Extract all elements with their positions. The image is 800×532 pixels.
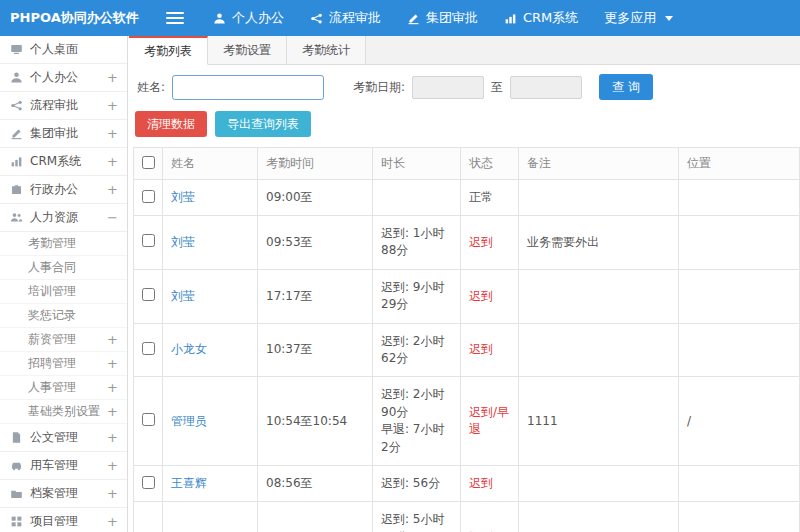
sidebar-item-archive-management[interactable]: 档案管理+ <box>0 480 127 508</box>
sidebar-subitem-label: 人事管理 <box>28 379 103 396</box>
row-checkbox[interactable] <box>142 342 155 355</box>
select-all-checkbox[interactable] <box>142 156 155 169</box>
employee-name-link[interactable]: 小龙女 <box>171 342 207 356</box>
row-checkbox[interactable] <box>142 234 155 247</box>
edit-icon <box>407 12 420 25</box>
sidebar-subitem-reward-punishment[interactable]: 奖惩记录 <box>0 304 127 328</box>
clear-data-button[interactable]: 清理数据 <box>135 111 207 137</box>
sidebar-item-label: 个人桌面 <box>30 41 118 58</box>
sidebar-item-label: 流程审批 <box>30 97 103 114</box>
briefcase-icon <box>10 183 23 196</box>
row-checkbox[interactable] <box>142 288 155 301</box>
employee-name-link[interactable]: 刘莹 <box>171 190 195 204</box>
sidebar-subitem-personnel-management[interactable]: 人事管理+ <box>0 376 127 400</box>
table-row: 王喜辉08:56至迟到: 56分迟到 <box>134 465 800 501</box>
expand-toggle-icon[interactable]: + <box>107 332 118 347</box>
tab-bar: 考勤列表考勤设置考勤统计 <box>129 36 800 65</box>
column-header-time: 考勤时间 <box>258 148 373 180</box>
cell-note <box>519 323 679 377</box>
cell-location <box>679 269 800 323</box>
row-checkbox[interactable] <box>142 413 155 426</box>
table-row: 管理员10:54至10:54迟到: 2小时90分 早退: 7小时2分迟到/早退1… <box>134 377 800 466</box>
expand-toggle-icon[interactable]: − <box>107 210 118 225</box>
expand-toggle-icon[interactable]: + <box>107 458 118 473</box>
tab-attendance-list[interactable]: 考勤列表 <box>129 36 208 65</box>
employee-name-link[interactable]: 管理员 <box>171 414 207 428</box>
tab-attendance-statistics[interactable]: 考勤统计 <box>287 36 366 64</box>
employee-name-link[interactable]: 刘莹 <box>171 235 195 249</box>
nav-item-label: CRM系统 <box>523 9 578 27</box>
nav-item-group-approval[interactable]: 集团审批 <box>394 0 491 36</box>
cell-status: 迟到 <box>461 269 519 323</box>
name-filter-input[interactable] <box>172 75 324 100</box>
sidebar-item-document-management[interactable]: 公文管理+ <box>0 424 127 452</box>
expand-toggle-icon[interactable]: + <box>107 126 118 141</box>
column-header-location: 位置 <box>679 148 800 180</box>
sidebar-subitem-training-management[interactable]: 培训管理 <box>0 280 127 304</box>
cell-location <box>679 216 800 270</box>
search-button[interactable]: 查 询 <box>599 74 653 100</box>
column-header-status: 状态 <box>461 148 519 180</box>
cell-time: 17:17至 <box>258 269 373 323</box>
expand-toggle-icon[interactable]: + <box>107 486 118 501</box>
sidebar-subitem-recruitment-management[interactable]: 招聘管理+ <box>0 352 127 376</box>
expand-toggle-icon[interactable]: + <box>107 154 118 169</box>
employee-name-link[interactable]: 王喜辉 <box>171 476 207 490</box>
table-row: 小龙女10:37至迟到: 2小时62分迟到 <box>134 323 800 377</box>
sidebar-item-group-approval[interactable]: 集团审批+ <box>0 120 127 148</box>
employee-name-link[interactable]: 刘莹 <box>171 289 195 303</box>
sidebar-subitem-personnel-contract[interactable]: 人事合同 <box>0 256 127 280</box>
expand-toggle-icon[interactable]: + <box>107 514 118 529</box>
menu-toggle-icon[interactable] <box>166 12 184 24</box>
sidebar-item-personal-desktop[interactable]: 个人桌面 <box>0 36 127 64</box>
cell-time: 10:54至10:54 <box>258 377 373 466</box>
export-list-button[interactable]: 导出查询列表 <box>215 111 311 137</box>
nav-item-label: 集团审批 <box>426 9 478 27</box>
tab-attendance-settings[interactable]: 考勤设置 <box>208 36 287 64</box>
nav-item-personal-office[interactable]: 个人办公 <box>200 0 297 36</box>
cell-location <box>679 465 800 501</box>
sidebar-item-vehicle-management[interactable]: 用车管理+ <box>0 452 127 480</box>
caret-down-icon <box>665 16 673 21</box>
user-icon <box>10 71 23 84</box>
sidebar-item-project-management[interactable]: 项目管理+ <box>0 508 127 532</box>
sidebar-item-human-resources[interactable]: 人力资源− <box>0 204 127 232</box>
flow-icon <box>310 12 323 25</box>
table-row: 刘莹09:00至正常 <box>134 180 800 216</box>
sidebar-subitem-base-category-settings[interactable]: 基础类别设置+ <box>0 400 127 424</box>
sidebar-subitem-label: 基础类别设置 <box>28 403 103 420</box>
date-from-input[interactable] <box>412 76 484 99</box>
column-header-name: 姓名 <box>163 148 258 180</box>
nav-item-workflow-approval[interactable]: 流程审批 <box>297 0 394 36</box>
row-checkbox[interactable] <box>142 476 155 489</box>
expand-toggle-icon[interactable]: + <box>107 380 118 395</box>
expand-toggle-icon[interactable]: + <box>107 356 118 371</box>
table-row: 刘莹17:17至迟到: 9小时29分迟到 <box>134 269 800 323</box>
sidebar-item-admin-office[interactable]: 行政办公+ <box>0 176 127 204</box>
column-header-note: 备注 <box>519 148 679 180</box>
cell-location <box>679 323 800 377</box>
desktop-icon <box>10 43 23 56</box>
expand-toggle-icon[interactable]: + <box>107 98 118 113</box>
top-nav: 个人办公流程审批集团审批CRM系统更多应用 <box>200 0 686 36</box>
main-content: 考勤列表考勤设置考勤统计 姓名: 考勤日期: 至 查 询 清理数据 导出查询列表… <box>129 36 800 532</box>
sidebar-subitem-attendance-management[interactable]: 考勤管理 <box>0 232 127 256</box>
cell-duration: 迟到: 56分 <box>373 465 461 501</box>
expand-toggle-icon[interactable]: + <box>107 182 118 197</box>
cell-duration <box>373 180 461 216</box>
date-to-input[interactable] <box>510 76 582 99</box>
cell-duration: 迟到: 2小时90分 早退: 7小时2分 <box>373 377 461 466</box>
row-checkbox[interactable] <box>142 190 155 203</box>
sidebar-item-crm-system[interactable]: CRM系统+ <box>0 148 127 176</box>
sidebar-subitem-salary-management[interactable]: 薪资管理+ <box>0 328 127 352</box>
expand-toggle-icon[interactable]: + <box>107 404 118 419</box>
expand-toggle-icon[interactable]: + <box>107 70 118 85</box>
cell-status: 正常 <box>461 180 519 216</box>
sidebar-item-workflow-approval[interactable]: 流程审批+ <box>0 92 127 120</box>
nav-item-more-apps[interactable]: 更多应用 <box>591 0 686 36</box>
expand-toggle-icon[interactable]: + <box>107 430 118 445</box>
doc-icon <box>10 431 23 444</box>
sidebar: 个人桌面个人办公+流程审批+集团审批+CRM系统+行政办公+人力资源−考勤管理人… <box>0 36 128 532</box>
sidebar-item-personal-office[interactable]: 个人办公+ <box>0 64 127 92</box>
nav-item-crm-system[interactable]: CRM系统 <box>491 0 591 36</box>
